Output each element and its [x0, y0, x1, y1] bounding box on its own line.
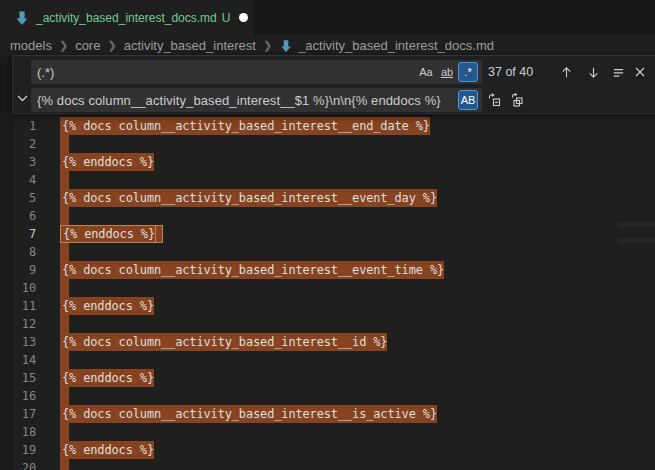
line-number[interactable]: 13: [0, 333, 36, 351]
editor-line[interactable]: 12: [0, 315, 655, 333]
editor-line[interactable]: 5{% docs column__activity_based_interest…: [0, 189, 655, 207]
editor-line[interactable]: 8: [0, 243, 655, 261]
find-match-newline-highlight: [60, 207, 69, 225]
replace-input[interactable]: {% docs column__activity_based_interest_…: [31, 88, 482, 112]
line-number[interactable]: 18: [0, 423, 36, 441]
line-content: {% enddocs %}: [62, 441, 154, 459]
line-number[interactable]: 11: [0, 297, 36, 315]
close-button[interactable]: [630, 62, 650, 82]
editor-line[interactable]: 19{% enddocs %}: [0, 441, 655, 459]
line-number[interactable]: 8: [0, 243, 36, 261]
whole-word-button[interactable]: ab: [437, 62, 457, 82]
line-content: {% docs column__activity_based_interest_…: [62, 117, 430, 135]
editor[interactable]: 1{% docs column__activity_based_interest…: [0, 55, 655, 470]
match-case-button[interactable]: Aa: [416, 62, 436, 82]
editor-line[interactable]: 20: [0, 459, 655, 470]
regex-button[interactable]: .*: [458, 62, 478, 82]
line-number[interactable]: 1: [0, 117, 36, 135]
line-number[interactable]: 9: [0, 261, 36, 279]
tab-title: _activity_based_interest_docs.md: [36, 11, 217, 25]
editor-lines: 1{% docs column__activity_based_interest…: [0, 117, 655, 470]
line-number[interactable]: 7: [0, 225, 36, 243]
find-input[interactable]: (.*) Aa ab .*: [31, 60, 482, 84]
find-match-highlight: {% enddocs %}: [60, 369, 154, 387]
preserve-case-button[interactable]: AB: [458, 90, 478, 110]
breadcrumb-item-models[interactable]: models: [10, 38, 52, 53]
editor-line[interactable]: 18: [0, 423, 655, 441]
chevron-down-icon: [17, 95, 28, 102]
line-number[interactable]: 5: [0, 189, 36, 207]
editor-line[interactable]: 2: [0, 135, 655, 153]
replace-all-icon: [511, 93, 525, 107]
replace-all-button[interactable]: [508, 90, 528, 110]
line-number[interactable]: 3: [0, 153, 36, 171]
replace-icon: [487, 93, 501, 107]
match-text: {% enddocs %}: [61, 226, 155, 242]
find-match-highlight: {% docs column__activity_based_interest_…: [60, 117, 430, 135]
replace-button[interactable]: [484, 90, 504, 110]
replace-row: {% docs column__activity_based_interest_…: [31, 88, 655, 112]
editor-line[interactable]: 4: [0, 171, 655, 189]
arrow-up-icon: [560, 66, 573, 79]
find-match-highlight: {% enddocs %}: [60, 297, 154, 315]
editor-line[interactable]: 1{% docs column__activity_based_interest…: [0, 117, 655, 135]
dirty-indicator-icon[interactable]: [239, 13, 248, 22]
toggle-replace-chevron[interactable]: [13, 86, 31, 110]
arrow-down-icon: [587, 66, 600, 79]
match-newline-cell: [155, 226, 162, 242]
vscode-window: _activity_based_interest_docs.md U model…: [0, 0, 655, 470]
close-icon: [634, 66, 646, 78]
find-replace-widget: (.*) Aa ab .* 37 of 40 {% docs column__a…: [12, 55, 655, 114]
line-content: {% enddocs %}: [62, 297, 154, 315]
line-number[interactable]: 19: [0, 441, 36, 459]
line-content: [62, 459, 69, 470]
previous-match-button[interactable]: [556, 62, 576, 82]
replace-input-value: {% docs column__activity_based_interest_…: [37, 93, 457, 108]
line-number[interactable]: 10: [0, 279, 36, 297]
breadcrumb-item-file[interactable]: _activity_based_interest_docs.md: [298, 38, 494, 53]
current-find-match: {% enddocs %}: [60, 225, 163, 243]
editor-line[interactable]: 17{% docs column__activity_based_interes…: [0, 405, 655, 423]
breadcrumb-item-core[interactable]: core: [75, 38, 100, 53]
next-match-button[interactable]: [583, 62, 603, 82]
find-in-selection-button[interactable]: [608, 62, 628, 82]
line-number[interactable]: 15: [0, 369, 36, 387]
git-status-badge: U: [222, 11, 231, 25]
line-number[interactable]: 12: [0, 315, 36, 333]
line-number[interactable]: 14: [0, 351, 36, 369]
line-number[interactable]: 2: [0, 135, 36, 153]
breadcrumb-item-folder[interactable]: activity_based_interest: [124, 38, 256, 53]
editor-line[interactable]: 13{% docs column__activity_based_interes…: [0, 333, 655, 351]
find-match-newline-highlight: [60, 171, 69, 189]
chevron-right-icon: ❯: [59, 39, 68, 52]
editor-line[interactable]: 14: [0, 351, 655, 369]
markdown-file-icon: [279, 39, 293, 53]
find-match-highlight: {% docs column__activity_based_interest_…: [60, 333, 387, 351]
editor-line[interactable]: 3{% enddocs %}: [0, 153, 655, 171]
editor-line[interactable]: 11{% enddocs %}: [0, 297, 655, 315]
line-content: {% docs column__activity_based_interest_…: [62, 405, 437, 423]
line-number[interactable]: 16: [0, 387, 36, 405]
find-match-highlight: {% enddocs %}: [60, 153, 154, 171]
find-row: (.*) Aa ab .* 37 of 40: [31, 60, 655, 84]
line-content: {% enddocs %}: [62, 225, 163, 243]
editor-line[interactable]: 9{% docs column__activity_based_interest…: [0, 261, 655, 279]
line-content: {% docs column__activity_based_interest_…: [62, 261, 444, 279]
find-match-newline-highlight: [60, 351, 69, 369]
chevron-right-icon: ❯: [107, 39, 116, 52]
find-input-value: (.*): [37, 65, 415, 80]
find-results-count: 37 of 40: [488, 60, 533, 84]
editor-line[interactable]: 10: [0, 279, 655, 297]
find-match-highlight: {% docs column__activity_based_interest_…: [60, 189, 437, 207]
line-number[interactable]: 17: [0, 405, 36, 423]
line-number[interactable]: 4: [0, 171, 36, 189]
editor-line[interactable]: 15{% enddocs %}: [0, 369, 655, 387]
line-number[interactable]: 20: [0, 459, 36, 470]
find-match-newline-highlight: [60, 243, 69, 261]
editor-line[interactable]: 7{% enddocs %}: [0, 225, 655, 243]
editor-line[interactable]: 6: [0, 207, 655, 225]
tab-active[interactable]: _activity_based_interest_docs.md U: [0, 0, 253, 35]
editor-line[interactable]: 16: [0, 387, 655, 405]
line-number[interactable]: 6: [0, 207, 36, 225]
overview-ruler-mark: [618, 222, 655, 227]
